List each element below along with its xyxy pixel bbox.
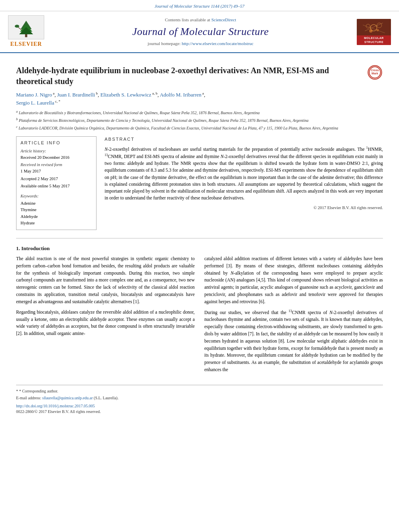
corresponding-star: * <box>16 389 19 393</box>
intro-left-text: The aldol reaction is one of the most po… <box>16 255 195 337</box>
doi-link[interactable]: http://dx.doi.org/10.1016/j.molstruc.201… <box>16 404 95 408</box>
email-suffix: (S.L. Laurella). <box>94 396 119 400</box>
affiliation-b-text: Plataforma de Servicios Biotecnológicos,… <box>19 118 309 123</box>
keyword-1: Adenine <box>21 200 92 207</box>
affiliation-a-text: Laboratorio de Biocatálisis y Biotransfo… <box>19 111 260 115</box>
author-1: Mariano J. Nigro <box>16 92 52 98</box>
email-label: E-mail address: <box>16 396 41 400</box>
elsevier-logo: ELSEVIER <box>8 15 44 48</box>
intro-para2: Regarding biocatalysis, aldolases cataly… <box>16 309 195 337</box>
intro-para1: The aldol reaction is one of the most po… <box>16 255 195 306</box>
elsevier-image <box>8 15 44 39</box>
keywords-section: Keywords: Adenine Thymine Aldehyde Hydra… <box>21 193 92 226</box>
abstract-text: N-2-oxoethyl derivatives of nucleobases … <box>105 146 383 202</box>
homepage-text: journal homepage: <box>148 41 181 46</box>
journal-title: Journal of Molecular Structure <box>44 25 357 39</box>
article-title: Aldehyde-hydrate equilibrium in nucleoba… <box>16 65 363 87</box>
copyright: © 2017 Elsevier B.V. All rights reserved… <box>105 205 383 211</box>
sciencedirect-line: Contents lists available at ScienceDirec… <box>44 17 357 23</box>
article-info-col: ARTICLE INFO Article history: Received 2… <box>16 136 97 230</box>
doi-line: http://dx.doi.org/10.1016/j.molstruc.201… <box>16 403 383 409</box>
keyword-4: Hydrate <box>21 220 92 226</box>
section-divider <box>16 238 383 238</box>
authors-line: Mariano J. Nigro a, Juan I. Brardinelli … <box>16 91 383 107</box>
affiliations: a Laboratorio de Biocatálisis y Biotrans… <box>16 109 383 131</box>
article-info-abstract: ARTICLE INFO Article history: Received 2… <box>16 136 383 230</box>
history-label: Article history: <box>21 148 92 154</box>
affiliation-b: b Plataforma de Servicios Biotecnológico… <box>16 117 383 123</box>
received-value: Received 20 December 2016 <box>21 155 92 161</box>
author-2-sup: b <box>95 91 98 95</box>
affiliation-c-text: Laboratorio LADECOR, División Química Or… <box>19 126 338 131</box>
author-3-sup: a, b <box>151 91 157 95</box>
intro-title: Introduction <box>21 245 50 251</box>
corresponding-author-note: * * Corresponding author. <box>16 388 383 394</box>
intro-heading: 1. Introduction <box>16 245 383 252</box>
molecular-structure-image: MOLECULARSTRUCTURE <box>357 19 391 45</box>
journal-center: Contents lists available at ScienceDirec… <box>44 17 357 47</box>
author-1-sup: a <box>52 91 54 95</box>
intro-number: 1. <box>16 245 20 251</box>
author-5-sup: c, * <box>54 99 60 103</box>
journal-homepage: journal homepage: http://www.elsevier.co… <box>44 41 357 47</box>
author-2: Juan I. Brardinelli <box>57 92 95 98</box>
affiliation-c: c Laboratorio LADECOR, División Química … <box>16 125 383 131</box>
svg-text:Mark: Mark <box>372 72 378 75</box>
keyword-3: Aldehyde <box>21 213 92 220</box>
svg-text:Cross: Cross <box>371 69 379 72</box>
elsevier-label: ELSEVIER <box>10 40 42 48</box>
sciencedirect-text: Contents lists available at <box>165 17 210 22</box>
keyword-2: Thymine <box>21 206 92 213</box>
intro-right-col: catalyzed aldol addition reactions of di… <box>204 255 383 377</box>
intro-left-col: The aldol reaction is one of the most po… <box>16 255 195 377</box>
affiliation-a: a Laboratorio de Biocatálisis y Biotrans… <box>16 109 383 116</box>
article-info-box: ARTICLE INFO Article history: Received 2… <box>16 136 97 230</box>
email-link[interactable]: sllaurella@quimica.unlp.edu.ar <box>42 396 93 400</box>
intro-right-para2: During our studies, we observed that the… <box>204 309 383 374</box>
intro-right-text: catalyzed aldol addition reactions of di… <box>204 255 383 374</box>
author-5: Sergio L. Laurella <box>16 100 54 106</box>
page: Journal of Molecular Structure 1144 (201… <box>0 0 399 532</box>
journal-citation-bar: Journal of Molecular Structure 1144 (201… <box>0 0 399 11</box>
crossmark-icon: Cross Mark <box>368 65 382 80</box>
footer: * * Corresponding author. E-mail address… <box>16 385 383 415</box>
svg-point-12 <box>369 29 372 33</box>
revised-label: Received in revised form <box>21 162 92 168</box>
abstract-title: ABSTRACT <box>105 136 383 142</box>
journal-header: ELSEVIER Contents lists available at Sci… <box>0 11 399 53</box>
available-value: Available online 5 May 2017 <box>21 183 92 189</box>
abstract-col: ABSTRACT N-2-oxoethyl derivatives of nuc… <box>105 136 383 230</box>
article-title-section: Aldehyde-hydrate equilibrium in nucleoba… <box>16 65 383 87</box>
email-line: E-mail address: sllaurella@quimica.unlp.… <box>16 395 383 401</box>
author-3: Elizabeth S. Lewkowicz <box>100 92 151 98</box>
author-4-sup: a <box>202 91 204 95</box>
sciencedirect-link[interactable]: ScienceDirect <box>211 17 236 22</box>
mol-label: MOLECULARSTRUCTURE <box>357 35 391 45</box>
main-content: Aldehyde-hydrate equilibrium in nucleoba… <box>0 53 399 424</box>
svg-point-5 <box>15 25 19 28</box>
crossmark-widget[interactable]: Cross Mark <box>367 65 383 80</box>
homepage-link[interactable]: http://www.elsevier.com/locate/molstruc <box>182 41 253 46</box>
corresponding-text: * Corresponding author. <box>19 389 58 393</box>
revised-date: 1 May 2017 <box>21 168 92 175</box>
issn-line: 0022-2860/© 2017 Elsevier B.V. All right… <box>16 409 383 415</box>
svg-point-13 <box>376 29 379 31</box>
keywords-label: Keywords: <box>21 193 92 199</box>
accepted-value: Accepted 2 May 2017 <box>21 176 92 182</box>
journal-citation: Journal of Molecular Structure 1144 (201… <box>154 4 245 8</box>
author-4: Adolfo M. Iribarren <box>160 92 202 98</box>
intro-body: The aldol reaction is one of the most po… <box>16 255 383 377</box>
intro-right-para1: catalyzed aldol addition reactions of di… <box>204 255 383 306</box>
issn-text: 0022-2860/© 2017 Elsevier B.V. All right… <box>16 409 101 414</box>
article-info-title: ARTICLE INFO <box>21 140 92 146</box>
